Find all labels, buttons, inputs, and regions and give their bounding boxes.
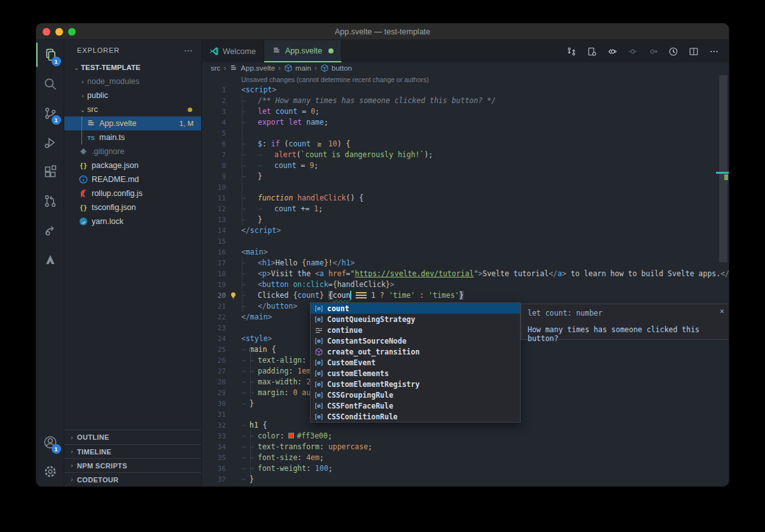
code-line-1[interactable]: 1<script> bbox=[202, 85, 729, 95]
code-line-10[interactable]: 10 bbox=[202, 182, 729, 193]
suggest-item-count[interactable]: count bbox=[311, 303, 520, 314]
whitespace-tab-arrow: → bbox=[241, 344, 249, 355]
code-line-16[interactable]: 16<main> bbox=[202, 247, 729, 258]
suggest-widget[interactable]: countCountQueuingStrategycontinueConstan… bbox=[310, 302, 521, 423]
suggest-item-continue[interactable]: continue bbox=[311, 325, 520, 335]
tree-item-rollup-config-js[interactable]: rollup.config.js bbox=[64, 186, 201, 200]
breadcrumb-item-button[interactable]: button bbox=[320, 64, 352, 73]
code-editor[interactable]: Unsaved changes (cannot determine recent… bbox=[202, 74, 729, 486]
code-line-13[interactable]: 13→} bbox=[202, 214, 729, 225]
activitybar-search[interactable] bbox=[36, 69, 64, 99]
activitybar-live-share[interactable] bbox=[36, 216, 64, 245]
editor-scrollbar[interactable] bbox=[719, 75, 727, 262]
activitybar-accounts[interactable]: 1 bbox=[36, 428, 64, 457]
chevron-right-icon: › bbox=[78, 92, 87, 99]
suggest-item-ConstantSourceNode[interactable]: ConstantSourceNode bbox=[311, 335, 520, 346]
code-line-33[interactable]: 33→→color: #ff3e00; bbox=[202, 431, 729, 442]
code-line-19[interactable]: 19→<button on:click={handleClick}> bbox=[202, 279, 729, 290]
code-line-5[interactable]: 5 bbox=[202, 128, 729, 139]
breadcrumb[interactable]: src›App.svelte›main›button bbox=[202, 62, 729, 74]
circle-dash-icon[interactable] bbox=[625, 44, 640, 59]
open-changes-icon[interactable] bbox=[584, 44, 599, 59]
tree-item-yarn-lock[interactable]: yarn.lock bbox=[64, 214, 201, 228]
views-more-actions-icon[interactable]: ⋯ bbox=[184, 45, 193, 55]
tree-item-node-modules[interactable]: ›node_modules bbox=[64, 74, 201, 88]
whitespace-tab-arrow: → bbox=[241, 290, 258, 301]
titlebar[interactable]: App.svelte — test-template bbox=[36, 24, 729, 40]
line-number: 9 bbox=[202, 171, 241, 182]
tree-item-test-template[interactable]: ⌄TEST-TEMPLATE bbox=[64, 60, 201, 74]
code-line-14[interactable]: 14</script> bbox=[202, 225, 729, 236]
breadcrumb-item-main[interactable]: main bbox=[284, 64, 311, 73]
tab-welcome[interactable]: Welcome bbox=[202, 40, 264, 62]
activitybar-github-pr[interactable] bbox=[36, 186, 64, 216]
tree-item-app-svelte[interactable]: App.svelte1, M bbox=[64, 116, 201, 130]
section-codetour[interactable]: ›CODETOUR bbox=[64, 472, 201, 486]
code-line-34[interactable]: 34→→text-transform: uppercase; bbox=[202, 442, 729, 452]
circle-arrow-icon[interactable] bbox=[645, 44, 660, 59]
code-line-20[interactable]: 20→Clicked {count} {coun 1 ? 'time' : 't… bbox=[202, 290, 729, 301]
lightbulb-icon[interactable] bbox=[228, 291, 238, 300]
back-circle-icon[interactable] bbox=[605, 44, 619, 59]
suggest-item-CSSGroupingRule[interactable]: CSSGroupingRule bbox=[311, 389, 520, 400]
close-button[interactable] bbox=[43, 28, 50, 36]
tab-app-svelte[interactable]: App.svelte bbox=[264, 40, 342, 62]
zoom-button[interactable] bbox=[68, 28, 76, 36]
line-content: →$: if (count ≥ 10) { bbox=[241, 139, 351, 150]
suggest-item-CountQueuingStrategy[interactable]: CountQueuingStrategy bbox=[311, 314, 520, 325]
suggest-item-customElements[interactable]: customElements bbox=[311, 368, 520, 379]
tree-item-readme-md[interactable]: README.md bbox=[64, 172, 201, 186]
breadcrumb-item-src[interactable]: src bbox=[211, 64, 220, 72]
code-line-2[interactable]: 2→/** How many times has someone clicked… bbox=[202, 95, 729, 106]
breadcrumb-label: button bbox=[332, 64, 352, 72]
breadcrumb-item-app-svelte[interactable]: App.svelte bbox=[229, 64, 275, 73]
line-content: →<p>Visit the <a href="https://svelte.de… bbox=[241, 269, 729, 279]
split-editor-icon[interactable] bbox=[686, 44, 701, 59]
tree-item-tsconfig-json[interactable]: {}tsconfig.json bbox=[64, 200, 201, 214]
code-line-17[interactable]: 17→<h1>Hello {name}!</h1> bbox=[202, 258, 729, 269]
code-line-8[interactable]: 8→→count = 9; bbox=[202, 160, 729, 171]
activitybar-explorer[interactable]: 1 bbox=[36, 40, 64, 69]
section-outline[interactable]: ›OUTLINE bbox=[64, 430, 201, 444]
activitybar-run-debug[interactable] bbox=[36, 128, 64, 157]
tree-item--gitignore[interactable]: .gitignore bbox=[64, 144, 201, 158]
code-line-4[interactable]: 4→export let name; bbox=[202, 117, 729, 128]
activitybar-source-control[interactable]: 1 bbox=[36, 99, 64, 128]
section-npm-scripts[interactable]: ›NPM SCRIPTS bbox=[64, 458, 201, 472]
tree-item-public[interactable]: ›public bbox=[64, 88, 201, 102]
tree-item-package-json[interactable]: {}package.json bbox=[64, 158, 201, 172]
codelens-annotation[interactable]: Unsaved changes (cannot determine recent… bbox=[202, 75, 729, 85]
close-icon[interactable]: × bbox=[720, 307, 724, 315]
code-line-3[interactable]: 3→let count = 0; bbox=[202, 106, 729, 117]
suggest-item-CustomElementRegistry[interactable]: CustomElementRegistry bbox=[311, 379, 520, 389]
section-timeline[interactable]: ›TIMELINE bbox=[64, 444, 201, 458]
history-icon[interactable] bbox=[666, 44, 680, 59]
code-line-11[interactable]: 11→function handleClick() { bbox=[202, 193, 729, 204]
code-line-6[interactable]: 6→$: if (count ≥ 10) { bbox=[202, 139, 729, 150]
code-line-7[interactable]: 7→→alert(`count is dangerously high!`); bbox=[202, 150, 729, 160]
code-line-15[interactable]: 15 bbox=[202, 236, 729, 247]
code-line-36[interactable]: 36→→font-weight: 100; bbox=[202, 463, 729, 474]
color-swatch[interactable] bbox=[288, 433, 294, 438]
minimize-button[interactable] bbox=[55, 28, 63, 36]
activitybar-azure[interactable] bbox=[36, 245, 64, 274]
section-label: CODETOUR bbox=[77, 476, 118, 484]
suggest-item-CustomEvent[interactable]: CustomEvent bbox=[311, 357, 520, 368]
gitlens-compare-icon[interactable] bbox=[564, 44, 579, 59]
extensions-icon bbox=[43, 165, 57, 179]
code-line-18[interactable]: 18→<p>Visit the <a href="https://svelte.… bbox=[202, 269, 729, 279]
whitespace-tab-arrow: → bbox=[241, 258, 258, 269]
code-line-35[interactable]: 35→→font-size: 4em; bbox=[202, 452, 729, 463]
tree-item-src[interactable]: ⌄src bbox=[64, 102, 201, 116]
line-content: →} bbox=[241, 171, 262, 182]
tree-item-main-ts[interactable]: TSmain.ts bbox=[64, 130, 201, 144]
activitybar-extensions[interactable] bbox=[36, 157, 64, 186]
activitybar-settings[interactable] bbox=[36, 457, 64, 486]
code-line-37[interactable]: 37→} bbox=[202, 474, 729, 485]
ellipsis-icon[interactable] bbox=[706, 44, 721, 59]
code-line-12[interactable]: 12→→count += 1; bbox=[202, 204, 729, 214]
code-line-9[interactable]: 9→} bbox=[202, 171, 729, 182]
suggest-item-CSSFontFaceRule[interactable]: CSSFontFaceRule bbox=[311, 400, 520, 411]
suggest-item-create_out_transition[interactable]: create_out_transition bbox=[311, 346, 520, 357]
suggest-item-CSSConditionRule[interactable]: CSSConditionRule bbox=[311, 411, 520, 422]
